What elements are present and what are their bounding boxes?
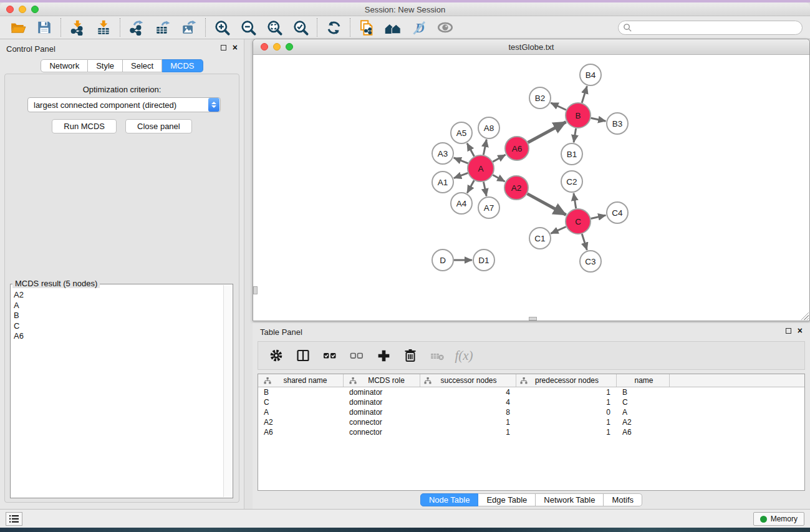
table-row[interactable]: B dominator 4 1 B: [258, 387, 804, 397]
graph-edge[interactable]: [591, 118, 606, 121]
table-row[interactable]: A6 connector 1 1 A6: [258, 427, 804, 437]
open-file-icon[interactable]: [5, 17, 31, 37]
close-panel-icon[interactable]: ×: [233, 44, 238, 51]
table-row[interactable]: A dominator 8 0 A: [258, 407, 804, 417]
graph-edge[interactable]: [467, 143, 474, 157]
horizontal-scroll-thumb[interactable]: [529, 317, 537, 321]
network-window-titlebar[interactable]: testGlobe.txt: [253, 39, 809, 55]
tab-network-table[interactable]: Network Table: [536, 493, 604, 506]
export-image-icon[interactable]: [176, 17, 202, 37]
graph-node-A3[interactable]: A3: [432, 143, 453, 164]
cell-shared-name[interactable]: B: [258, 388, 344, 397]
graph-node-D[interactable]: D: [432, 249, 453, 271]
criterion-dropdown[interactable]: largest connected component (directed): [27, 97, 221, 112]
export-table-icon[interactable]: [150, 17, 176, 37]
graph-node-A8[interactable]: A8: [478, 117, 499, 138]
apply-layout-icon[interactable]: [321, 17, 347, 37]
cell-predecessor-nodes[interactable]: 1: [516, 398, 617, 407]
cell-shared-name[interactable]: A2: [258, 418, 344, 427]
graph-node-B2[interactable]: B2: [529, 87, 551, 109]
graph-node-C4[interactable]: C4: [607, 202, 628, 223]
float-table-panel-icon[interactable]: [786, 328, 791, 334]
graph-edge[interactable]: [493, 175, 504, 181]
column-header-predecessor-nodes[interactable]: predecessor nodes: [516, 374, 617, 387]
graph-node-A2[interactable]: A2: [504, 176, 528, 200]
result-item[interactable]: A: [14, 301, 223, 311]
tab-style[interactable]: Style: [88, 59, 123, 72]
graph-edge[interactable]: [483, 182, 486, 196]
cell-predecessor-nodes[interactable]: 1: [516, 428, 617, 437]
cell-mcds-role[interactable]: connector: [344, 418, 420, 427]
cell-successor-nodes[interactable]: 8: [420, 408, 516, 417]
result-item[interactable]: B: [14, 311, 223, 321]
cell-predecessor-nodes[interactable]: 1: [516, 388, 617, 397]
show-column-icon[interactable]: [292, 345, 314, 366]
task-history-button[interactable]: [6, 512, 22, 526]
cell-shared-name[interactable]: A: [258, 408, 344, 417]
table-row[interactable]: A2 connector 1 1 A2: [258, 417, 804, 427]
import-table-icon[interactable]: [90, 17, 117, 37]
cell-successor-nodes[interactable]: 1: [420, 418, 516, 427]
graph-node-B3[interactable]: B3: [607, 113, 628, 134]
close-table-panel-icon[interactable]: ×: [798, 327, 803, 334]
graph-edge[interactable]: [574, 193, 576, 208]
graph-edge[interactable]: [551, 103, 566, 110]
eye-icon[interactable]: [432, 17, 458, 37]
cell-name[interactable]: B: [617, 388, 670, 397]
show-hide-graphics-details-icon[interactable]: D: [406, 17, 432, 37]
graph-node-A4[interactable]: A4: [451, 193, 472, 214]
graph-edge[interactable]: [493, 155, 505, 162]
result-item[interactable]: A6: [14, 331, 223, 342]
search-field[interactable]: [618, 21, 803, 35]
graph-node-A7[interactable]: A7: [478, 197, 499, 218]
vertical-scroll-thumb[interactable]: [253, 286, 258, 294]
cell-successor-nodes[interactable]: 1: [420, 428, 516, 437]
graph-node-B[interactable]: B: [566, 103, 591, 128]
cell-mcds-role[interactable]: dominator: [344, 408, 420, 417]
cell-successor-nodes[interactable]: 4: [420, 388, 516, 397]
cell-predecessor-nodes[interactable]: 0: [516, 408, 617, 417]
fit-content-icon[interactable]: [261, 17, 287, 37]
graph-node-A6[interactable]: A6: [505, 137, 529, 160]
cell-shared-name[interactable]: A6: [258, 428, 344, 437]
graph-edge[interactable]: [582, 234, 587, 250]
mcds-result-list[interactable]: A2 A B C A6: [11, 285, 223, 497]
cell-mcds-role[interactable]: connector: [344, 428, 420, 437]
cell-mcds-role[interactable]: dominator: [344, 388, 420, 397]
zoom-in-icon[interactable]: [209, 17, 235, 37]
graph-edge[interactable]: [528, 194, 566, 215]
table-row[interactable]: C dominator 4 1 C: [258, 397, 804, 407]
graph-node-B1[interactable]: B1: [561, 143, 582, 165]
column-header-successor-nodes[interactable]: successor nodes: [420, 374, 516, 387]
table-settings-gear-icon[interactable]: [266, 345, 287, 366]
cell-name[interactable]: A: [617, 408, 670, 417]
graph-node-B4[interactable]: B4: [580, 64, 601, 85]
tab-edge-table[interactable]: Edge Table: [478, 493, 536, 506]
create-column-plus-icon[interactable]: [373, 345, 394, 366]
new-network-from-selection-icon[interactable]: [354, 17, 380, 37]
column-header-mcds-role[interactable]: MCDS role: [344, 374, 420, 387]
zoom-selected-icon[interactable]: [287, 17, 314, 37]
graph-edge[interactable]: [582, 86, 587, 103]
save-session-icon[interactable]: [31, 17, 57, 37]
graph-node-C1[interactable]: C1: [529, 228, 551, 249]
node-table[interactable]: shared name MCDS role successor nodes pr…: [258, 374, 805, 491]
run-mcds-button[interactable]: Run MCDS: [52, 119, 117, 133]
cell-name[interactable]: A6: [617, 428, 670, 437]
graph-node-A1[interactable]: A1: [432, 172, 453, 193]
cell-successor-nodes[interactable]: 4: [420, 398, 516, 407]
result-item[interactable]: A2: [14, 290, 223, 301]
import-network-icon[interactable]: [64, 17, 90, 37]
export-network-icon[interactable]: [123, 17, 150, 37]
graph-edge[interactable]: [591, 215, 605, 218]
cell-name[interactable]: C: [617, 398, 670, 407]
graph-node-C2[interactable]: C2: [561, 171, 582, 192]
graph-node-C[interactable]: C: [566, 209, 591, 234]
select-all-icon[interactable]: [319, 345, 340, 366]
graph-node-D1[interactable]: D1: [473, 249, 494, 271]
cell-name[interactable]: A2: [617, 418, 670, 427]
graph-edge[interactable]: [454, 173, 468, 178]
graph-node-A5[interactable]: A5: [451, 122, 472, 143]
result-item[interactable]: C: [14, 321, 223, 332]
float-panel-icon[interactable]: [221, 45, 226, 51]
